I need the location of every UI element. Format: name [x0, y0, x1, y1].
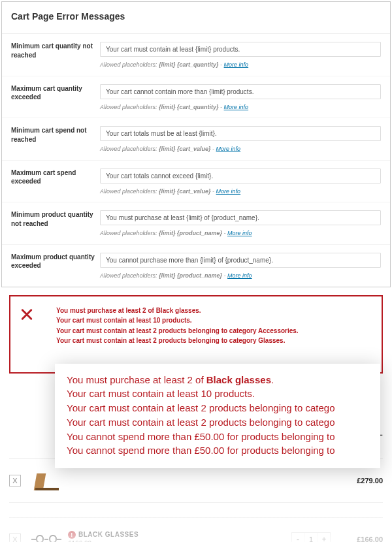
product-thumbnail [31, 471, 61, 490]
setting-row-max-cart-qty: Maximum cart quantity exceeded Allowed p… [2, 76, 390, 119]
more-info-link[interactable]: More info [216, 146, 241, 152]
more-info-link[interactable]: More info [227, 230, 252, 236]
setting-label: Minimum cart quantity not reached [11, 42, 95, 72]
error-line: Your cart must contain at least 2 produc… [56, 326, 372, 336]
setting-input-max-cart-spend[interactable] [100, 168, 381, 183]
cart-error-banner: You must purchase at least 2 of Black gl… [9, 295, 383, 374]
cart-item-row: X !BLACK GLASSES £166.00 - 1 + £166.00 [9, 517, 383, 542]
error-line: Your cart must contain at least 10 produ… [56, 315, 372, 326]
placeholder-help: Allowed placeholders: {limit} {cart_valu… [100, 187, 381, 196]
setting-input-max-cart-qty[interactable] [100, 84, 381, 99]
remove-item-button[interactable]: X [9, 534, 21, 542]
placeholder-help: Allowed placeholders: {limit} {cart_quan… [100, 103, 381, 112]
placeholder-help: Allowed placeholders: {limit} {cart_quan… [100, 61, 381, 69]
setting-label: Maximum cart quantity exceeded [11, 84, 95, 114]
more-info-link[interactable]: More info [224, 61, 249, 68]
error-line: Your cart must contain at least 2 produc… [56, 336, 372, 346]
setting-row-min-product-qty: Minimum product quantity not reached All… [2, 202, 390, 245]
zoom-line: You cannot spend more than £50.00 for pr… [67, 430, 368, 444]
product-thumbnail [31, 530, 61, 542]
error-messages-panel: Cart Page Error Messages Minimum cart qu… [1, 1, 391, 287]
setting-label: Maximum cart spend exceeded [11, 168, 95, 199]
more-info-link[interactable]: More info [216, 188, 241, 195]
placeholder-help: Allowed placeholders: {limit} {product_n… [100, 272, 381, 280]
qty-increase-button[interactable]: + [318, 533, 330, 542]
zoom-line: Your cart must contain at least 2 produc… [67, 401, 368, 415]
more-info-link[interactable]: More info [224, 104, 249, 110]
setting-input-min-cart-spend[interactable] [100, 126, 381, 141]
more-info-link[interactable]: More info [227, 272, 252, 279]
zoom-line: You must purchase at least 2 of Black gl… [67, 373, 368, 387]
warning-icon: ! [68, 531, 76, 539]
zoom-line: Your cart must contain at least 10 produ… [67, 387, 368, 401]
remove-item-button[interactable]: X [9, 475, 21, 486]
setting-row-max-product-qty: Maximum product quantity exceeded Allowe… [2, 245, 390, 287]
panel-title: Cart Page Error Messages [2, 2, 390, 34]
zoom-line: You cannot spend more than £50.00 for pr… [67, 443, 368, 458]
setting-row-min-cart-spend: Minimum cart spend not reached Allowed p… [2, 118, 390, 161]
setting-label: Minimum cart spend not reached [11, 126, 95, 156]
error-zoom-overlay: You must purchase at least 2 of Black gl… [55, 364, 380, 469]
qty-decrease-button[interactable]: - [292, 533, 304, 542]
setting-row-min-cart-qty: Minimum cart quantity not reached Allowe… [2, 34, 390, 76]
placeholder-help: Allowed placeholders: {limit} {product_n… [100, 229, 381, 238]
error-message-list: You must purchase at least 2 of Black gl… [56, 306, 372, 346]
glasses-icon [31, 539, 36, 540]
cart-preview: You must purchase at least 2 of Black gl… [0, 289, 392, 542]
error-line: You must purchase at least 2 of Black gl… [56, 306, 372, 316]
qty-value: 1 [304, 533, 318, 542]
setting-input-max-product-qty[interactable] [100, 253, 381, 268]
error-icon [20, 307, 34, 321]
setting-label: Minimum product quantity not reached [11, 210, 95, 240]
setting-label: Maximum product quantity exceeded [11, 253, 95, 283]
setting-row-max-cart-spend: Maximum cart spend exceeded Allowed plac… [2, 161, 390, 203]
line-subtotal: £279.00 [337, 477, 383, 485]
setting-input-min-cart-qty[interactable] [100, 42, 381, 57]
line-subtotal: £166.00 [337, 535, 383, 542]
quantity-stepper[interactable]: - 1 + [291, 532, 331, 542]
product-name: !BLACK GLASSES [68, 531, 285, 539]
setting-input-min-product-qty[interactable] [100, 210, 381, 225]
placeholder-help: Allowed placeholders: {limit} {cart_valu… [100, 145, 381, 153]
zoom-line: Your cart must contain at least 2 produc… [67, 415, 368, 430]
